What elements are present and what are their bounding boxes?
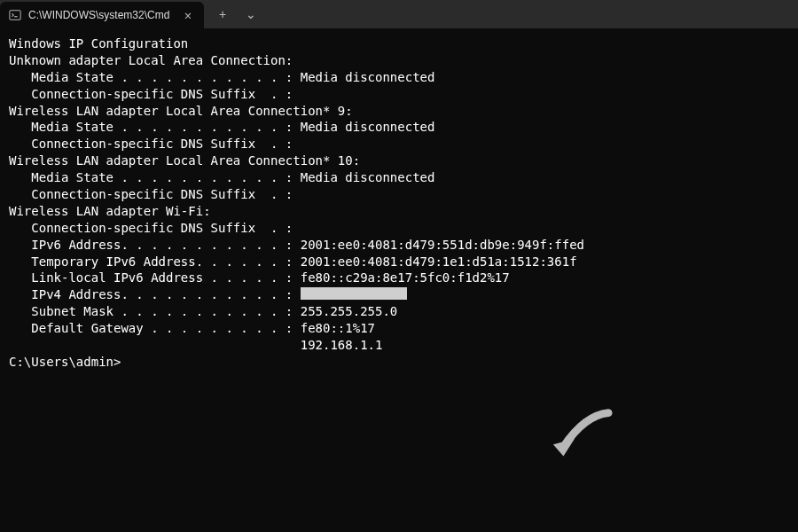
output-line: IPv6 Address. . . . . . . . . . . : 2001…: [9, 237, 789, 254]
output-line: Media State . . . . . . . . . . . : Medi…: [9, 169, 789, 186]
output-line: IPv4 Address. . . . . . . . . . . :: [9, 286, 789, 303]
annotation-arrow-icon: [541, 403, 621, 474]
output-line: Connection-specific DNS Suffix . :: [9, 136, 789, 153]
cmd-icon: [9, 9, 21, 21]
output-line: Connection-specific DNS Suffix . :: [9, 86, 789, 103]
output-line: Link-local IPv6 Address . . . . . : fe80…: [9, 270, 789, 286]
titlebar-actions: + ⌄: [204, 0, 270, 28]
output-line: Connection-specific DNS Suffix . :: [9, 186, 789, 203]
output-line: Temporary IPv6 Address. . . . . . : 2001…: [9, 254, 789, 270]
output-line: Media State . . . . . . . . . . . : Medi…: [9, 69, 789, 86]
output-line: 192.168.1.1: [9, 337, 789, 354]
output-line: Connection-specific DNS Suffix . :: [9, 220, 789, 237]
titlebar: C:\WINDOWS\system32\Cmd ✕ + ⌄: [0, 0, 798, 28]
output-line: Default Gateway . . . . . . . . . : fe80…: [9, 320, 789, 337]
output-line: Wireless LAN adapter Wi-Fi:: [9, 203, 789, 220]
tab-close-button[interactable]: ✕: [181, 8, 195, 22]
output-line: C:\Users\admin>: [9, 354, 789, 371]
output-line: Windows IP Configuration: [9, 35, 789, 52]
new-tab-button[interactable]: +: [215, 7, 231, 21]
terminal-output[interactable]: Windows IP ConfigurationUnknown adapter …: [0, 28, 798, 378]
output-line: Unknown adapter Local Area Connection:: [9, 52, 789, 69]
terminal-tab[interactable]: C:\WINDOWS\system32\Cmd ✕: [0, 2, 204, 28]
redacted-value: [301, 287, 407, 300]
output-line: Media State . . . . . . . . . . . : Medi…: [9, 119, 789, 136]
output-line: Wireless LAN adapter Local Area Connecti…: [9, 103, 789, 120]
output-line: Subnet Mask . . . . . . . . . . . : 255.…: [9, 303, 789, 320]
svg-rect-0: [10, 11, 20, 20]
output-line: Wireless LAN adapter Local Area Connecti…: [9, 153, 789, 169]
tab-dropdown-button[interactable]: ⌄: [243, 7, 259, 21]
tab-title: C:\WINDOWS\system32\Cmd: [28, 9, 174, 21]
